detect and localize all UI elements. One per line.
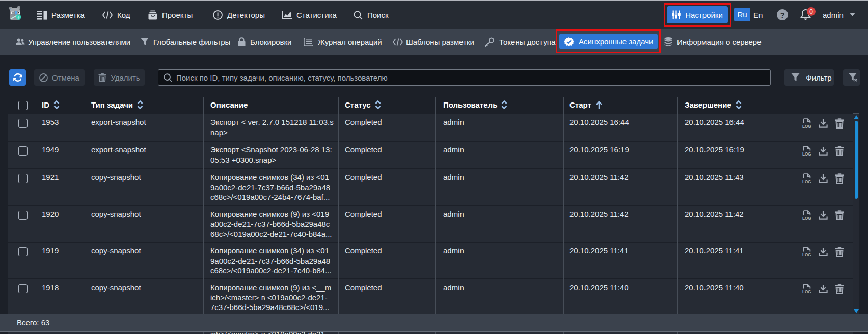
svg-text:LOG: LOG [802, 216, 811, 220]
svg-text:LOG: LOG [802, 253, 811, 257]
svg-text:LOG: LOG [802, 124, 811, 129]
svg-text:LOG: LOG [802, 179, 811, 184]
svg-text:LOG: LOG [802, 152, 811, 156]
svg-text:LOG: LOG [802, 290, 811, 294]
